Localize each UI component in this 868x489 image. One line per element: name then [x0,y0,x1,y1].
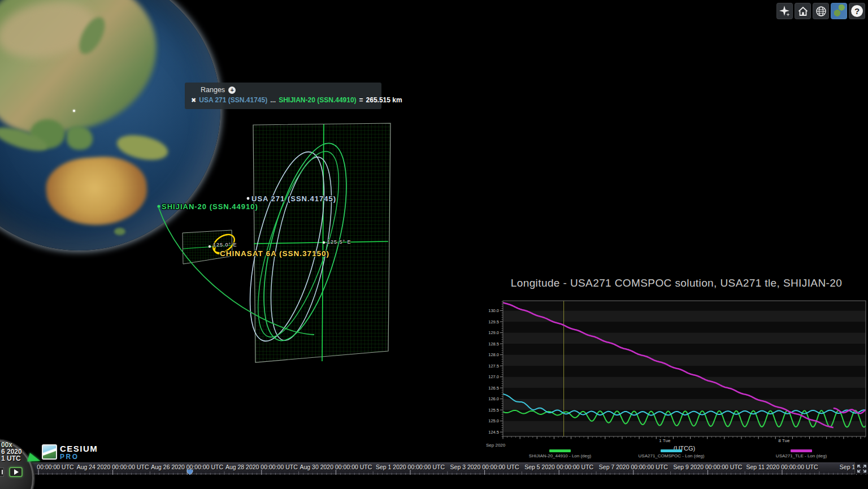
usa271-satellite-label[interactable]: USA 271 (SSN.41745) [251,194,336,203]
timeline-label: Sep 11 2020 00:00:00 UTC [746,464,818,470]
fullscreen-button[interactable] [854,462,868,474]
shijian-satellite-label[interactable]: SHIJIAN-20 (SSN.44910) [162,202,258,211]
svg-text:126.5: 126.5 [488,386,499,391]
svg-text:USA271_TLE - Lon (deg): USA271_TLE - Lon (deg) [776,453,827,458]
timeline-label: Sep 1 2020 00:00:00 UTC [376,464,445,470]
landmass-tasmania [114,228,125,235]
svg-text:1 Tue: 1 Tue [659,438,671,443]
svg-text:130.0: 130.0 [488,308,499,313]
help-button[interactable]: ? [849,3,865,19]
viewer-toolbar: ? [776,3,865,19]
lon-125-0-dot [209,245,211,248]
svg-text:128.0: 128.0 [488,352,499,357]
timeline-label: Aug 26 2020 00:00:00 UTC [151,464,223,470]
timeline-label: Sep 9 2020 00:00:00 UTC [673,464,742,470]
lon-125-5-dot [323,241,325,244]
timeline-label: Sep 5 2020 00:00:00 UTC [524,464,593,470]
add-range-icon[interactable]: + [228,86,236,94]
longitude-chart-svg: 124.5125.0125.5126.0126.5127.0127.5128.0… [485,294,868,461]
chinasat-satellite-label[interactable]: CHINASAT 6A (SSN.37150) [220,249,329,258]
usa271-orbit-trace-2 [259,153,343,345]
cesium-pro-logo[interactable]: CESIUM PRO [42,444,98,460]
timeline-label: Aug 30 2020 00:00:00 UTC [300,464,372,470]
usa271-orbit-trace-1 [235,145,339,348]
scene-mode-button[interactable] [813,3,829,19]
landmass-sulawesi [67,126,93,150]
chart-title: Longitude - USA271 COMSPOC solution, USA… [485,277,868,289]
compass-star-icon [779,5,791,18]
play-icon [14,469,19,475]
cesium-logo-icon [42,444,57,460]
animation-time-text: 1 UTC [1,455,21,462]
landmass-australia [44,154,149,228]
timeline-label: 00:00:00 UTC [37,464,73,470]
ranges-panel-title: Ranges [201,86,225,94]
svg-text:129.5: 129.5 [488,319,499,324]
help-question-icon: ? [851,5,863,17]
svg-text:129.0: 129.0 [488,330,499,335]
svg-text:125.0: 125.0 [488,418,499,423]
longitude-grid-plane [253,123,390,362]
longitude-125-0-label: 125.0° E [213,242,237,248]
pause-button[interactable] [0,468,4,477]
home-view-button[interactable] [795,3,811,19]
range-equals: = [359,96,363,104]
timeline-label: Sep 3 2020 00:00:00 UTC [450,464,519,470]
remove-range-icon[interactable]: ✖ [191,97,196,104]
svg-text:USA271_COMSPOC - Lon (deg): USA271_COMSPOC - Lon (deg) [639,453,705,458]
svg-text:SHIJIAN-20_44910 - Lon (deg): SHIJIAN-20_44910 - Lon (deg) [529,453,592,458]
svg-text:128.5: 128.5 [488,341,499,347]
range-dots: ... [270,96,276,104]
globe-wireframe-icon [815,5,827,18]
grid-crosshair-vertical [322,124,324,361]
range-row: ✖ USA 271 (SSN.41745) ... SHIJIAN-20 (SS… [191,96,376,104]
logo-title: CESIUM [60,444,98,453]
svg-text:8 Tue: 8 Tue [778,438,790,443]
play-button[interactable] [9,467,23,477]
range-sat-a: USA 271 (SSN.41745) [199,96,267,104]
range-value: 265.515 km [366,96,402,104]
usa271-dot [247,197,250,200]
svg-text:125.5: 125.5 [488,408,499,413]
earth-globe[interactable] [0,0,220,250]
svg-text:127.0: 127.0 [488,374,499,379]
home-icon [797,6,809,17]
timeline-label: Aug 28 2020 00:00:00 UTC [225,464,298,470]
grid-crosshair-horizontal [254,241,388,244]
shijian-trajectory-line [159,208,314,335]
ground-point-marker [73,110,75,112]
svg-text:Sep 2020: Sep 2020 [486,443,506,448]
logo-subtitle: PRO [60,453,98,460]
timeline-label: Sep 7 2020 00:00:00 UTC [599,464,668,470]
svg-text:124.5: 124.5 [488,430,499,435]
landmass-new-guinea [115,131,170,164]
expand-arrows-icon [857,465,866,473]
timeline-label: Aug 24 2020 00:00:00 UTC [77,464,149,470]
navigation-compass-button[interactable] [776,3,793,19]
timeline[interactable]: 00:00:00 UTCAug 24 2020 00:00:00 UTCAug … [0,462,868,474]
svg-text:126.0: 126.0 [488,396,499,401]
longitude-125-5-label: 125.5° E [327,239,351,245]
ranges-panel: Ranges + ✖ USA 271 (SSN.41745) ... SHIJI… [185,83,381,109]
svg-text:127.5: 127.5 [488,363,499,369]
imagery-picker-button[interactable] [831,3,847,19]
cesium-viewport[interactable]: USA 271 (SSN.41745) SHIJIAN-20 (SSN.4491… [0,0,868,489]
range-sat-b: SHIJIAN-20 (SSN.44910) [279,96,356,104]
